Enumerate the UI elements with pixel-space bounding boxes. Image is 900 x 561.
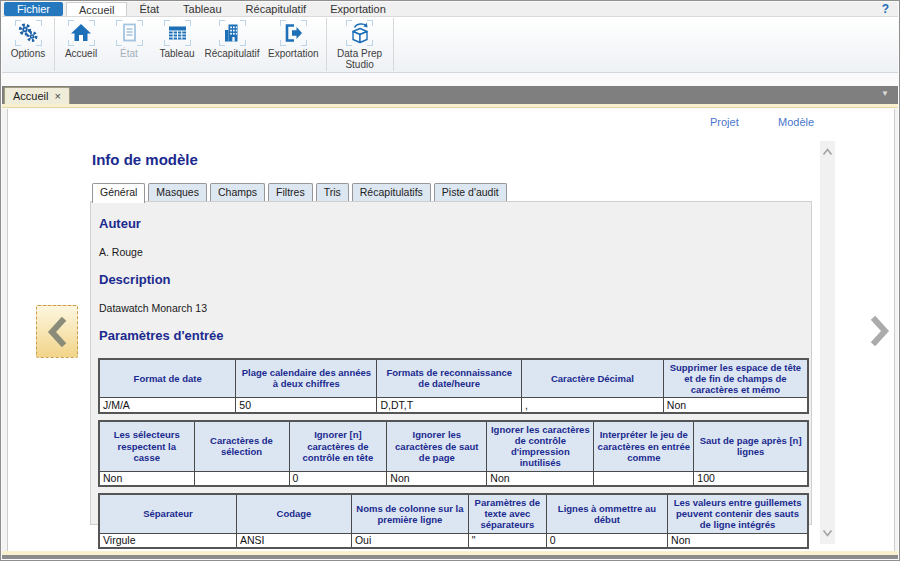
table-header-cell: Ignorer [n] caractères de contrôle en tê… [289, 421, 387, 471]
table-value-cell: 0 [546, 533, 667, 548]
document-tab-strip: Accueil × ▼ [2, 86, 898, 104]
table-value-cell: Non [387, 471, 487, 486]
ribbon-tab-etat[interactable]: État [127, 2, 171, 16]
table-value-cell: Non [668, 533, 808, 548]
tab-tris[interactable]: Tris [316, 183, 349, 201]
data-prep-studio-label: Data Prep Studio [334, 48, 386, 70]
input-params-table-2: Les sélecteurs respectent la casse Carac… [98, 420, 809, 487]
table-value-cell: , [522, 398, 664, 413]
scroll-down-icon[interactable] [820, 524, 835, 542]
table-header-cell: Supprimer les espace de tête et de fin d… [663, 359, 808, 398]
table-value-cell: 50 [236, 398, 377, 413]
table-header-cell: Formats de reconnaissance de date/heure [377, 359, 522, 398]
ribbon-tab-bar: Fichier Accueil État Tableau Récapitulat… [2, 2, 898, 17]
table-header-cell: Format de date [99, 359, 236, 398]
table-value-cell: 100 [694, 471, 808, 486]
exportation-button[interactable]: Exportation [263, 17, 324, 72]
options-label: Options [11, 48, 45, 59]
ribbon-tab-recapitulatif[interactable]: Récapitulatif [234, 2, 319, 16]
table-header-cell: Codage [237, 494, 352, 533]
toolbar-separator [326, 18, 327, 71]
help-icon[interactable]: ? [873, 2, 898, 16]
table-header-cell: Ignorer les caractères de contrôle d'imp… [487, 421, 594, 471]
table-header-cell: Saut de page après [n] lignes [694, 421, 808, 471]
table-header-cell: Les sélecteurs respectent la casse [99, 421, 194, 471]
table-header-cell: Séparateur [99, 494, 237, 533]
tab-masques[interactable]: Masques [148, 183, 207, 201]
etat-label: État [120, 48, 138, 59]
projet-link[interactable]: Projet [710, 116, 739, 128]
chevron-left-icon [46, 317, 68, 347]
tab-overflow-caret-icon[interactable]: ▼ [881, 89, 889, 98]
scroll-up-icon[interactable] [820, 143, 835, 161]
ribbon-toolbar: Options Accueil État [2, 17, 898, 73]
table-header-cell: Caractères de sélection [194, 421, 289, 471]
table-header-row: Format de date Plage calendaire des anné… [99, 359, 808, 398]
table-header-cell: Lignes à ommettre au début [546, 494, 667, 533]
input-params-table-3: Séparateur Codage Noms de colonne sur la… [98, 493, 809, 549]
vertical-scrollbar[interactable] [820, 141, 835, 544]
author-value: A. Rouge [99, 246, 805, 258]
document-tab-accueil[interactable]: Accueil × [4, 87, 70, 104]
table-header-cell: Interpréter le jeu de caractères en entr… [594, 421, 694, 471]
home-icon [68, 20, 95, 46]
tab-champs[interactable]: Champs [210, 183, 265, 201]
file-menu-button[interactable]: Fichier [4, 2, 63, 16]
table-value-cell: ANSI [237, 533, 352, 548]
options-button[interactable]: Options [4, 17, 52, 72]
table-header-row: Séparateur Codage Noms de colonne sur la… [99, 494, 808, 533]
table-header-cell: Plage calendaire des années à deux chiff… [236, 359, 377, 398]
table-value-cell: " [468, 533, 546, 548]
accueil-button[interactable]: Accueil [57, 17, 105, 72]
general-tab-panel: Auteur A. Rouge Description Datawatch Mo… [90, 201, 812, 525]
tableau-label: Tableau [159, 48, 194, 59]
report-document-icon [116, 20, 143, 46]
data-prep-studio-button[interactable]: Data Prep Studio [329, 17, 391, 72]
accueil-label: Accueil [65, 48, 97, 59]
table-header-cell: Noms de colonne sur la première ligne [351, 494, 468, 533]
next-page-button[interactable] [864, 307, 896, 355]
modele-link[interactable]: Modèle [778, 116, 814, 128]
table-value-row: Non 0 Non Non 100 [99, 471, 808, 486]
toolbar-separator [54, 18, 55, 71]
table-value-cell: Virgule [99, 533, 237, 548]
summary-building-icon [219, 20, 246, 46]
table-value-cell: D,DT,T [377, 398, 522, 413]
previous-page-button[interactable] [36, 305, 78, 358]
etat-button[interactable]: État [105, 17, 153, 72]
export-arrow-icon [280, 20, 307, 46]
page-title: Info de modèle [92, 151, 812, 168]
table-value-cell: Non [99, 471, 194, 486]
recapitulatif-button[interactable]: Récapitulatif [201, 17, 263, 72]
tab-recapitulatifs[interactable]: Récapitulatifs [352, 183, 431, 201]
input-params-heading: Paramètres d'entrée [99, 328, 805, 343]
tab-piste-audit[interactable]: Piste d'audit [434, 183, 507, 201]
table-value-cell: Oui [351, 533, 468, 548]
table-value-cell [594, 471, 694, 486]
author-heading: Auteur [99, 216, 805, 231]
toolbar-separator [393, 18, 394, 71]
table-header-cell: Paramètres de texte avec séparateurs [468, 494, 546, 533]
description-value: Datawatch Monarch 13 [99, 302, 805, 314]
table-value-cell: Non [487, 471, 594, 486]
model-info-tabs: Général Masques Champs Filtres Tris Réca… [90, 183, 812, 201]
table-header-cell: Les valeurs entre guillemets peuvent con… [668, 494, 808, 533]
close-tab-icon[interactable]: × [54, 90, 60, 102]
table-value-cell: J/M/A [99, 398, 236, 413]
data-prep-cube-icon [346, 20, 373, 46]
ribbon-tab-accueil[interactable]: Accueil [66, 2, 127, 16]
table-value-cell [194, 471, 289, 486]
model-info-section: Info de modèle Général Masques Champs Fi… [90, 151, 812, 525]
document-tab-label: Accueil [13, 90, 48, 102]
tableau-button[interactable]: Tableau [153, 17, 201, 72]
table-value-cell: 0 [289, 471, 387, 486]
table-value-cell: Non [663, 398, 808, 413]
window-bottom-edge [2, 555, 898, 559]
tab-filtres[interactable]: Filtres [268, 183, 313, 201]
table-grid-icon [164, 20, 191, 46]
ribbon-tab-exportation[interactable]: Exportation [318, 2, 398, 16]
ribbon-tab-tableau[interactable]: Tableau [171, 2, 234, 16]
app-window: Fichier Accueil État Tableau Récapitulat… [0, 0, 900, 561]
tab-general[interactable]: Général [92, 183, 145, 203]
description-heading: Description [99, 272, 805, 287]
